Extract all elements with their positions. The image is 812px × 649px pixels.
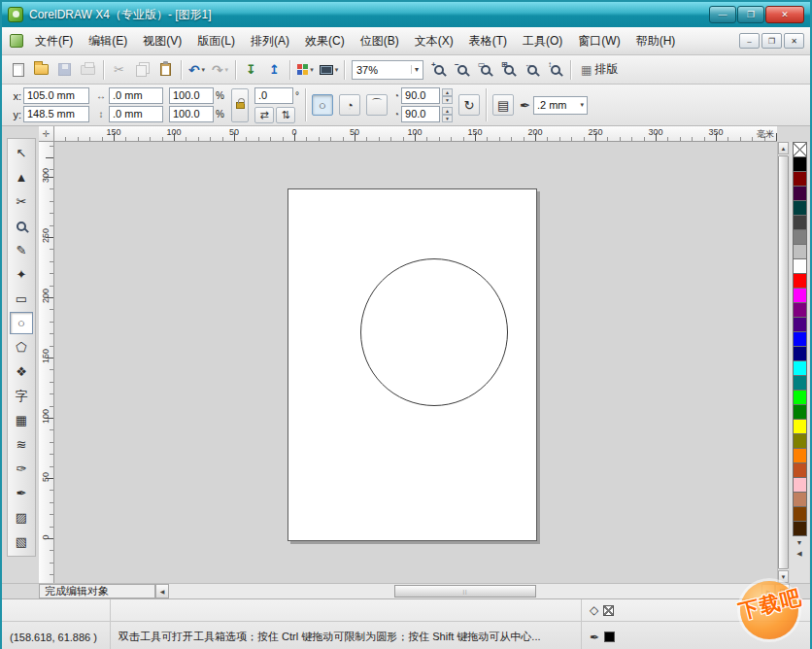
outline-dropdown-arrow[interactable]: ▾ [580,101,584,109]
y-position-field[interactable]: 148.5 mm [23,106,89,122]
mdi-restore-button[interactable]: ❐ [761,33,782,49]
ellipse-mode-button[interactable]: ○ [312,94,333,116]
color-swatch[interactable] [793,506,807,522]
menu-item-7[interactable]: 文本(X) [407,29,461,53]
color-swatch[interactable] [793,419,807,434]
h-scroll-track[interactable]: || [169,584,761,598]
v-scroll-track[interactable] [778,154,789,570]
object-width-field[interactable]: .0 mm [109,87,163,104]
color-swatch[interactable] [793,346,807,361]
fill-tool[interactable]: ▨ [10,506,33,529]
zoom-to-page-height-button[interactable]: ↕ [544,58,566,81]
menu-item-3[interactable]: 版面(L) [189,29,243,53]
interactive-fill-tool[interactable]: ▧ [10,530,33,553]
zoom-to-selected-button[interactable]: ▭ [474,58,496,81]
zoom-level-combo[interactable]: 37% ▾ [352,60,423,80]
open-button[interactable] [30,58,52,81]
color-swatch[interactable] [793,521,807,536]
color-swatch[interactable] [793,433,807,449]
menu-item-1[interactable]: 编辑(E) [81,29,135,53]
v-scroll-thumb[interactable] [778,155,789,569]
paste-button[interactable] [154,58,177,81]
crop-tool[interactable]: ✂ [10,190,33,213]
start-angle-spinner[interactable]: ▲▼ [442,88,453,104]
menu-item-11[interactable]: 帮助(H) [628,29,684,53]
color-swatch[interactable] [793,200,807,216]
color-swatch[interactable] [793,448,807,463]
color-swatch[interactable] [793,390,807,405]
menu-item-0[interactable]: 文件(F) [27,29,81,53]
mdi-minimize-button[interactable]: – [739,33,760,49]
color-swatch[interactable] [793,171,807,187]
color-swatch[interactable] [793,302,807,318]
palette-expand-button[interactable]: ◀ [796,550,801,558]
scroll-left-button[interactable]: ◀ [155,584,169,598]
drawing-page[interactable] [288,188,537,541]
v-ruler[interactable]: 300250200150100500 [39,142,54,583]
outline-pen-tool[interactable]: ✒ [10,482,33,504]
color-swatch[interactable] [793,477,807,493]
lock-ratio-button[interactable] [231,88,249,122]
maximize-button[interactable]: ❐ [737,6,764,23]
scale-v-field[interactable]: 100.0 [169,106,214,122]
minimize-button[interactable]: — [709,6,736,23]
undo-button[interactable]: ↶▾ [186,58,208,81]
palette-scroll-down-button[interactable]: ▼ [796,539,803,547]
color-swatch[interactable] [793,215,807,230]
v-scrollbar[interactable]: ▲ ▼ [777,142,789,583]
table-tool[interactable]: ▦ [10,409,33,431]
zoom-in-button[interactable]: + [427,58,450,81]
redo-dropdown-arrow[interactable]: ▾ [225,66,229,74]
outline-width-combo[interactable]: .2 mm ▾ [533,96,588,115]
view-dropdown-arrow[interactable]: ▾ [335,66,339,74]
application-launcher-button[interactable]: ▾ [294,58,317,81]
canvas[interactable] [54,142,777,583]
ellipse-tool[interactable]: ○ [10,312,33,334]
basic-shapes-tool[interactable]: ❖ [10,360,33,383]
arc-mode-button[interactable]: ⌒ [366,94,388,116]
cut-button[interactable]: ✂ [108,58,130,81]
scroll-up-button[interactable]: ▲ [778,142,789,154]
start-angle-field[interactable]: 90.0 [401,87,440,104]
rectangle-tool[interactable]: ▭ [10,288,33,310]
ellipse-object[interactable] [360,258,508,406]
mdi-close-button[interactable]: ✕ [784,33,804,49]
launcher-dropdown-arrow[interactable]: ▾ [310,66,314,74]
undo-dropdown-arrow[interactable]: ▾ [202,66,206,74]
layout-docker-button[interactable]: ▦ 排版 [575,59,624,81]
color-swatch[interactable] [793,288,807,303]
color-swatch[interactable] [793,317,807,332]
menu-item-8[interactable]: 表格(T) [461,29,515,53]
zoom-to-page-width-button[interactable]: ↔ [521,58,543,81]
export-button[interactable]: ↥ [263,58,286,81]
zoom-to-all-button[interactable]: ⊞ [497,58,520,81]
end-angle-field[interactable]: 90.0 [401,106,440,122]
mirror-vertical-button[interactable]: ⇅ [276,107,295,123]
rotation-angle-field[interactable]: .0 [254,87,293,104]
color-swatch[interactable] [793,462,807,478]
redo-button[interactable]: ↷▾ [209,58,231,81]
ruler-origin[interactable]: ✛ [39,126,54,142]
h-scroll-thumb[interactable]: || [394,585,536,598]
menu-item-10[interactable]: 窗口(W) [570,29,627,53]
page-navigator-button[interactable]: ⊞ [775,584,790,598]
object-height-field[interactable]: .0 mm [109,106,163,122]
menu-item-6[interactable]: 位图(B) [353,29,407,53]
x-position-field[interactable]: 105.0 mm [23,87,89,104]
new-document-button[interactable] [7,58,29,81]
scale-h-field[interactable]: 100.0 [169,87,214,104]
color-swatch[interactable] [793,273,807,289]
color-swatch[interactable] [793,360,807,376]
color-swatch[interactable] [793,492,807,507]
h-scrollbar[interactable]: ◀ || ▶ [155,584,775,598]
smart-fill-tool[interactable]: ✦ [10,263,33,286]
pie-mode-button[interactable]: ◔ [339,94,360,116]
color-swatch[interactable] [793,375,807,391]
color-swatch[interactable] [793,331,807,347]
import-button[interactable]: ↧ [240,58,262,81]
save-button[interactable] [53,58,76,81]
arc-direction-button[interactable]: ↻ [458,94,480,116]
end-angle-spinner[interactable]: ▲▼ [442,107,453,122]
mirror-horizontal-button[interactable]: ⇄ [254,107,274,123]
color-swatch[interactable] [793,404,807,420]
